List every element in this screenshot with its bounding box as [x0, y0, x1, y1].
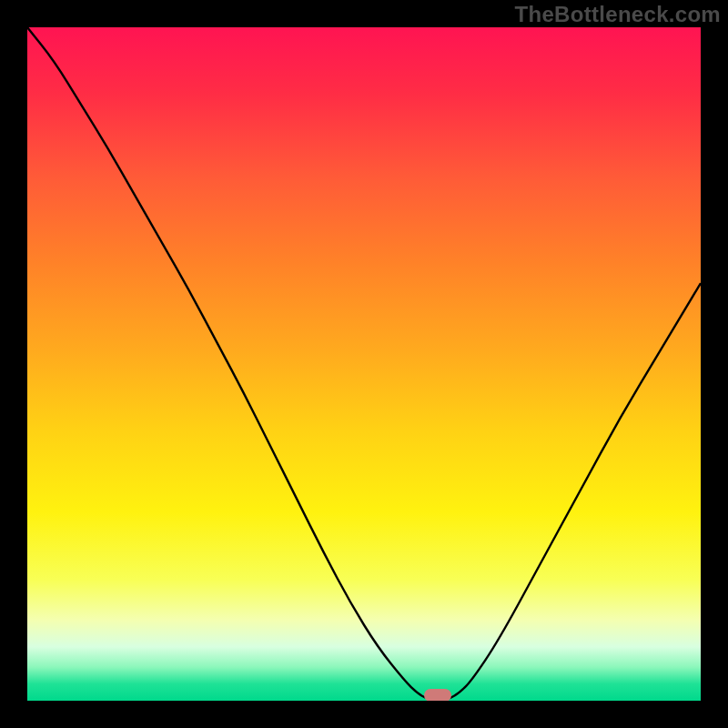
plot-area [27, 27, 701, 701]
watermark-text: TheBottleneck.com [515, 2, 721, 27]
chart-frame: TheBottleneck.com [0, 0, 728, 728]
gradient-background [27, 27, 701, 701]
optimal-marker [424, 689, 451, 701]
plot-svg [27, 27, 701, 701]
